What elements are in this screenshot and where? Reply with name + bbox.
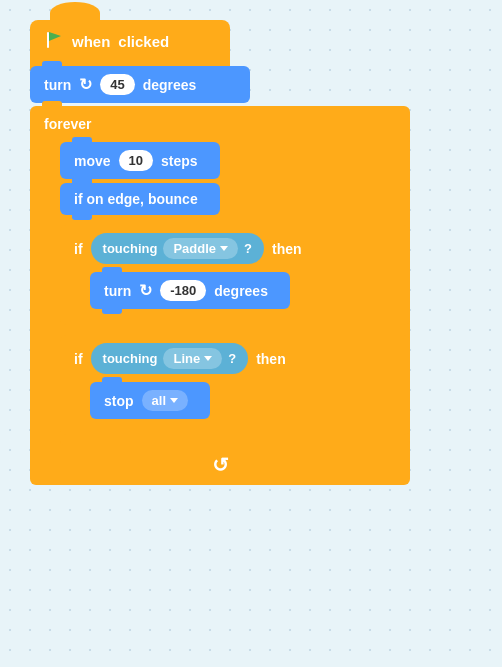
svg-marker-1 (49, 32, 61, 41)
stop-chevron-icon (170, 398, 178, 403)
turn-icon-2: ↻ (139, 281, 152, 300)
turn-icon-1: ↻ (79, 75, 92, 94)
forever-block: forever move 10 steps if on edge, bounce (30, 106, 410, 485)
stop-all-dropdown[interactable]: all (142, 390, 188, 411)
turn-degrees-block-1[interactable]: turn ↻ 45 degrees (30, 66, 250, 103)
touching-label-2: touching (103, 351, 158, 366)
stop-all-block[interactable]: stop all (90, 382, 210, 419)
paddle-label: Paddle (173, 241, 216, 256)
touching-paddle-block[interactable]: touching Paddle ? (91, 233, 264, 264)
line-chevron-icon (204, 356, 212, 361)
flag-icon (44, 30, 64, 53)
turn-value-1[interactable]: 45 (100, 74, 134, 95)
move-steps-block[interactable]: move 10 steps (60, 142, 220, 179)
forever-label: forever (30, 106, 410, 132)
if-line-block: if touching Line ? then (60, 335, 410, 435)
clicked-label: clicked (118, 33, 169, 50)
degrees-label-2: degrees (214, 283, 268, 299)
forever-loop-bottom: ↺ (30, 445, 410, 485)
question-mark-2: ? (228, 351, 236, 366)
line-dropdown[interactable]: Line (163, 348, 222, 369)
bounce-label: if on edge, bounce (74, 191, 198, 207)
loop-icon: ↺ (212, 453, 229, 477)
all-label: all (152, 393, 166, 408)
move-value[interactable]: 10 (119, 150, 153, 171)
when-flag-clicked-block[interactable]: when clicked (30, 20, 230, 63)
degrees-label-1: degrees (143, 77, 197, 93)
then-label-2: then (256, 351, 286, 367)
paddle-dropdown[interactable]: Paddle (163, 238, 238, 259)
if-paddle-block: if touching Paddle ? then (60, 225, 410, 325)
move-label: move (74, 153, 111, 169)
if-label-1: if (74, 241, 83, 257)
touching-label-1: touching (103, 241, 158, 256)
when-label: when (72, 33, 110, 50)
question-mark-1: ? (244, 241, 252, 256)
turn-degrees-block-2[interactable]: turn ↻ -180 degrees (90, 272, 290, 309)
turn-label-2: turn (104, 283, 131, 299)
turn-value-2[interactable]: -180 (160, 280, 206, 301)
then-label-1: then (272, 241, 302, 257)
if-label-2: if (74, 351, 83, 367)
if-on-edge-bounce-block[interactable]: if on edge, bounce (60, 183, 220, 215)
turn-label-1: turn (44, 77, 71, 93)
line-label: Line (173, 351, 200, 366)
touching-line-block[interactable]: touching Line ? (91, 343, 249, 374)
svg-rect-0 (47, 32, 49, 48)
paddle-chevron-icon (220, 246, 228, 251)
stop-label: stop (104, 393, 134, 409)
steps-label: steps (161, 153, 198, 169)
